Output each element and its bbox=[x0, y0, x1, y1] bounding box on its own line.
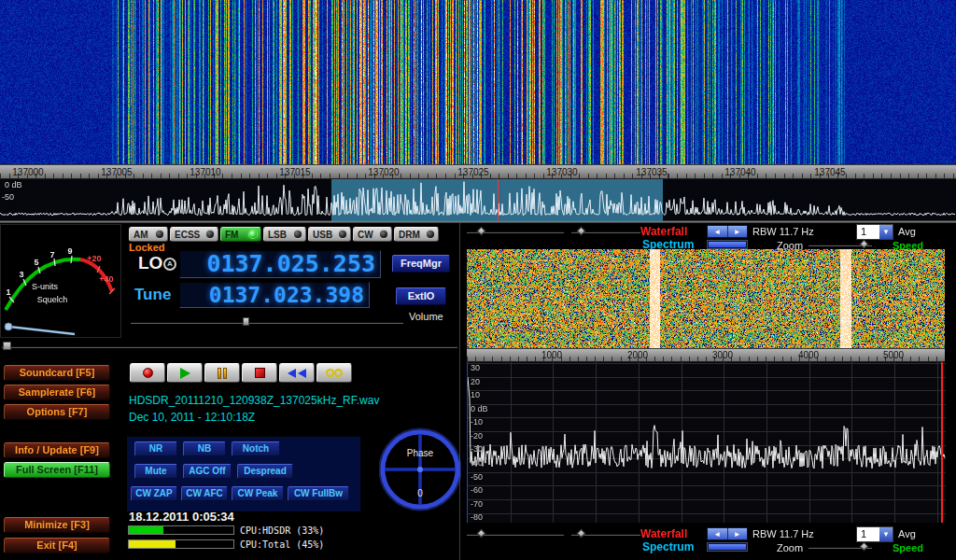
despread-button[interactable]: Despread bbox=[237, 464, 293, 479]
lo-label: LO bbox=[138, 253, 162, 273]
mode-label: FM bbox=[225, 230, 238, 240]
stop-button[interactable] bbox=[242, 363, 277, 383]
agc-off-button[interactable]: AGC Off bbox=[183, 464, 232, 479]
spectrum-label-bottom[interactable]: Spectrum bbox=[642, 540, 694, 553]
transport-bar bbox=[130, 363, 352, 383]
af-db-tick: -50 bbox=[471, 472, 483, 482]
lo-frequency-display[interactable]: 0137.025.253 bbox=[179, 250, 381, 278]
dropdown-arrow-icon[interactable]: ▾ bbox=[879, 225, 893, 239]
zoom-slider-top[interactable] bbox=[808, 240, 872, 249]
exit-button[interactable]: Exit [F4] bbox=[4, 538, 110, 553]
soundcard-button[interactable]: Soundcard [F5] bbox=[4, 365, 110, 381]
slider-thumb[interactable] bbox=[577, 227, 586, 236]
rewind-button[interactable] bbox=[279, 363, 315, 383]
avg-select-top[interactable]: 1 ▾ bbox=[856, 224, 893, 240]
slider-thumb[interactable] bbox=[243, 317, 249, 326]
slider-track[interactable] bbox=[2, 345, 457, 348]
samplerate-button[interactable]: Samplerate [F6] bbox=[4, 385, 110, 400]
phase-dial[interactable]: Phase 0 bbox=[379, 427, 461, 511]
slider-track[interactable] bbox=[131, 321, 403, 324]
record-icon bbox=[143, 368, 153, 378]
mode-lsb-button[interactable]: LSB bbox=[263, 227, 306, 242]
freq-ruler-label: 137000 bbox=[6, 167, 50, 177]
mute-button[interactable]: Mute bbox=[134, 464, 177, 479]
af-frequency-ruler[interactable]: 1000 2000 3000 4000 5000 bbox=[467, 348, 945, 362]
mode-fm-button[interactable]: FM bbox=[220, 227, 261, 242]
waterfall-label-bottom[interactable]: Waterfall bbox=[640, 527, 687, 540]
waterfall-contrast-slider-bottom[interactable] bbox=[571, 529, 640, 539]
loop-button[interactable] bbox=[316, 363, 352, 383]
tune-frequency-display[interactable]: 0137.023.398 bbox=[179, 282, 370, 308]
af-db-tick: -10 bbox=[471, 417, 483, 427]
pan-scrollbar-top[interactable] bbox=[707, 240, 748, 249]
right-arrow-icon[interactable]: ► bbox=[728, 226, 748, 237]
slider-thumb[interactable] bbox=[860, 240, 869, 249]
phase-label: Phase bbox=[407, 448, 434, 458]
cw-fullbw-button[interactable]: CW FullBw bbox=[288, 486, 349, 501]
waterfall-contrast-slider-top[interactable] bbox=[571, 227, 640, 236]
zoom-label-bottom: Zoom bbox=[777, 542, 803, 553]
cpu-hdsdr-bar bbox=[128, 525, 234, 535]
volume-slider[interactable] bbox=[131, 317, 403, 327]
extio-button[interactable]: ExtIO bbox=[396, 287, 446, 305]
waterfall-brightness-slider-bottom[interactable] bbox=[467, 529, 564, 539]
options-button[interactable]: Options [F7] bbox=[4, 404, 110, 420]
mode-ecss-button[interactable]: ECSS bbox=[170, 227, 218, 242]
zoom-slider-bottom[interactable] bbox=[808, 542, 872, 552]
fullscreen-button[interactable]: Full Screen [F11] bbox=[4, 462, 110, 478]
cw-zap-button[interactable]: CW ZAP bbox=[131, 486, 177, 501]
lock-icon[interactable]: A bbox=[163, 258, 176, 271]
af-waterfall[interactable] bbox=[467, 249, 945, 348]
squelch-slider[interactable] bbox=[2, 342, 457, 351]
mode-label: DRM bbox=[399, 230, 420, 240]
minimize-button[interactable]: Minimize [F3] bbox=[4, 517, 110, 533]
cw-afc-button[interactable]: CW AFC bbox=[181, 486, 228, 501]
mode-cw-button[interactable]: CW bbox=[353, 227, 392, 242]
freq-ruler-label: 137010 bbox=[183, 167, 228, 177]
slider-thumb[interactable] bbox=[477, 529, 486, 539]
mode-drm-button[interactable]: DRM bbox=[394, 227, 439, 242]
dropdown-arrow-icon[interactable]: ▾ bbox=[879, 527, 893, 541]
pause-button[interactable] bbox=[204, 363, 240, 383]
freq-ruler-label: 137035 bbox=[629, 167, 674, 177]
af-db-tick: -80 bbox=[471, 512, 483, 522]
af-spectrum-area[interactable]: 30 20 10 0 dB -10 -20 -30 -40 -50 -60 -7… bbox=[467, 362, 945, 523]
main-frequency-ruler[interactable]: 137000 137005 137010 137015 137020 13702… bbox=[0, 164, 956, 179]
panel-divider bbox=[0, 221, 956, 223]
left-arrow-icon[interactable]: ◄ bbox=[708, 226, 728, 237]
waterfall-brightness-slider-top[interactable] bbox=[467, 227, 564, 236]
mode-usb-button[interactable]: USB bbox=[308, 227, 351, 242]
avg-label-bottom: Avg bbox=[898, 528, 916, 539]
main-waterfall[interactable] bbox=[0, 0, 956, 164]
main-spectrum[interactable] bbox=[0, 179, 956, 221]
info-update-button[interactable]: Info / Update [F9] bbox=[4, 442, 110, 458]
slider-thumb[interactable] bbox=[577, 529, 586, 539]
nr-button[interactable]: NR bbox=[134, 441, 177, 456]
avg-select-bottom[interactable]: 1 ▾ bbox=[856, 526, 893, 542]
record-button[interactable] bbox=[130, 363, 165, 383]
nb-button[interactable]: NB bbox=[183, 441, 226, 456]
slider-thumb[interactable] bbox=[860, 542, 869, 552]
cw-peak-button[interactable]: CW Peak bbox=[232, 486, 284, 501]
waterfall-label-top[interactable]: Waterfall bbox=[640, 225, 687, 238]
af-ruler-label: 4000 bbox=[786, 350, 831, 360]
notch-button[interactable]: Notch bbox=[232, 441, 280, 456]
s-units-label: S-units bbox=[32, 282, 59, 291]
mode-am-button[interactable]: AM bbox=[129, 227, 168, 242]
squelch-knob[interactable] bbox=[5, 323, 12, 330]
mode-led bbox=[427, 231, 434, 238]
avg-label-top: Avg bbox=[898, 226, 916, 237]
mode-label: LSB bbox=[268, 230, 287, 240]
slider-thumb[interactable] bbox=[477, 227, 486, 236]
main-spectrum-area[interactable]: 0 dB -50 bbox=[0, 179, 956, 221]
pan-scrollbar-bottom[interactable] bbox=[707, 542, 748, 552]
left-arrow-icon[interactable]: ◄ bbox=[708, 528, 728, 539]
af-spectrum[interactable] bbox=[468, 362, 946, 523]
right-arrow-icon[interactable]: ► bbox=[728, 528, 748, 539]
s-meter: 1 3 5 7 9 +20 +40 S-units Squelch bbox=[0, 224, 121, 338]
slider-thumb[interactable] bbox=[3, 342, 11, 350]
play-button[interactable] bbox=[167, 363, 203, 383]
af-db-tick: 30 bbox=[471, 363, 480, 372]
tune-marker bbox=[498, 179, 499, 221]
freqmgr-button[interactable]: FreqMgr bbox=[392, 255, 450, 273]
